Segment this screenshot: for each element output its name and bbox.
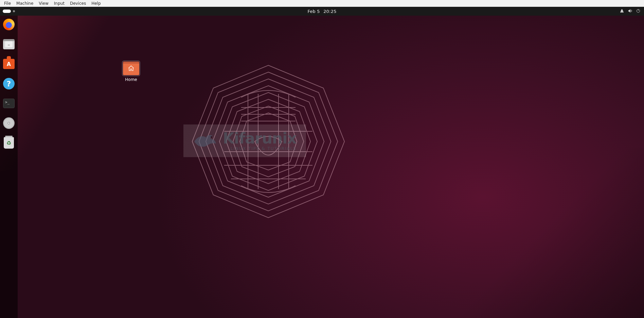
watermark: Kifarunix LINUX TIPS & TUTORIALS	[183, 124, 306, 157]
vbox-menu-devices[interactable]: Devices	[67, 0, 89, 6]
svg-marker-10	[226, 99, 310, 184]
dock-item-software[interactable]	[3, 58, 15, 70]
vbox-menu-view[interactable]: View	[36, 0, 51, 6]
dock-item-terminal[interactable]	[3, 97, 15, 110]
svg-marker-8	[213, 86, 324, 197]
watermark-tagline: LINUX TIPS & TUTORIALS	[223, 147, 297, 151]
system-status-area[interactable]	[620, 9, 641, 14]
dock-item-firefox[interactable]	[3, 18, 15, 31]
vbox-menu-file[interactable]: File	[1, 0, 14, 6]
dock-item-files[interactable]	[3, 38, 15, 50]
clock[interactable]: Feb 5 20:25	[307, 9, 336, 14]
terminal-icon	[3, 99, 15, 108]
wallpaper-maze-icon	[190, 63, 346, 220]
help-icon: ?	[3, 78, 15, 89]
svg-point-13	[211, 136, 212, 137]
vbox-menu-help[interactable]: Help	[89, 0, 103, 6]
activities-button[interactable]	[3, 10, 11, 13]
watermark-name: Kifarunix	[223, 131, 297, 146]
clock-date: Feb 5	[307, 9, 320, 14]
desktop-icon-label: Home	[122, 77, 140, 82]
workspace-indicator[interactable]	[13, 10, 15, 12]
desktop[interactable]: ?	[0, 16, 644, 318]
gnome-topbar: Feb 5 20:25	[0, 7, 644, 16]
clock-time: 20:25	[323, 9, 336, 14]
home-folder-icon	[123, 62, 139, 75]
vbox-menu-machine[interactable]: Machine	[14, 0, 36, 6]
svg-marker-12	[240, 113, 297, 170]
virtualbox-menubar: File Machine View Input Devices Help	[0, 0, 644, 7]
volume-icon[interactable]	[628, 9, 632, 14]
svg-marker-7	[206, 79, 331, 204]
files-icon	[3, 39, 15, 49]
dock-item-trash[interactable]	[3, 137, 15, 149]
desktop-icon-home[interactable]: Home	[122, 62, 140, 82]
power-icon[interactable]	[636, 9, 641, 14]
svg-marker-5	[192, 65, 344, 218]
trash-icon	[4, 137, 14, 149]
watermark-logo-icon	[193, 131, 217, 151]
vbox-menu-input[interactable]: Input	[51, 0, 67, 6]
network-icon[interactable]	[620, 9, 624, 14]
dock-item-disc[interactable]	[3, 117, 15, 129]
svg-marker-6	[199, 72, 338, 211]
firefox-icon	[3, 19, 15, 30]
dock: ?	[0, 16, 18, 318]
svg-marker-11	[233, 106, 304, 177]
dock-item-help[interactable]: ?	[3, 78, 15, 90]
svg-marker-9	[219, 93, 317, 190]
disc-icon	[3, 117, 15, 129]
software-icon	[3, 59, 15, 69]
